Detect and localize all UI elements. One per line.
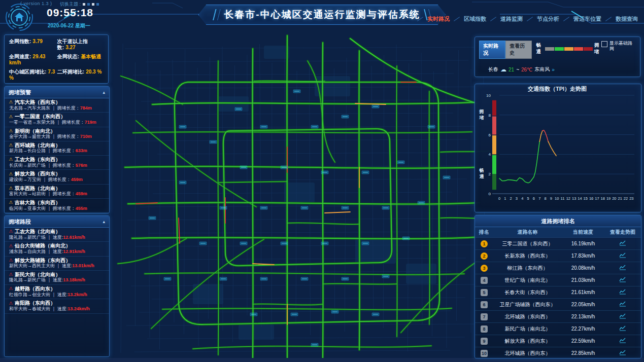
- table-row[interactable]: 7北环城路（东向西）22.13km/h: [475, 311, 641, 323]
- table-row[interactable]: 3柳江路（东向西）20.08km/h: [475, 262, 641, 274]
- congestion-warning-title: 拥堵预警: [9, 89, 31, 96]
- warning-icon: ⚠: [9, 129, 13, 133]
- weather-city: 长春: [488, 66, 498, 73]
- list-item[interactable]: ⚠解放大路辅路（东向西）新民大街→西民主大街 ｜ 速度:13.01km/h: [5, 257, 109, 271]
- svg-text:堵: 堵: [479, 115, 484, 120]
- map-road-label: [301, 206, 308, 209]
- map-road-label: [179, 181, 186, 184]
- svg-text:拥: 拥: [479, 109, 484, 114]
- main-nav: 实时路况区域指数道路监测节点分析营运车位置数据查询: [415, 15, 640, 23]
- congestion-warning-header: 拥堵预警 ▴: [5, 87, 109, 98]
- svg-text:17: 17: [595, 196, 599, 201]
- svg-text:1: 1: [504, 196, 506, 201]
- roadnet-tab[interactable]: 查看历史: [505, 41, 532, 59]
- nav-item[interactable]: 营运车位置: [573, 15, 601, 23]
- list-item[interactable]: ⚠双丰西路（北向南）富民大街→站前街 ｜ 拥堵长度：459m: [5, 185, 109, 199]
- list-item[interactable]: ⚠工农大路（东向西）长庆街→新民广场 ｜ 拥堵长度：576m: [5, 156, 109, 170]
- trend-chart-icon[interactable]: [619, 240, 627, 246]
- list-item[interactable]: ⚠南阳路（东向西）和平大街→春城大街 ｜ 速度:13.24km/h: [5, 299, 109, 313]
- road-detail: 长庆街→新民广场 ｜ 拥堵长度：576m: [9, 163, 105, 168]
- road-name: 卫星广场辅路（西向东）: [493, 301, 562, 308]
- list-item[interactable]: ⚠新民大街（北向南）隆礼路→新民广场 ｜ 速度:13.18km/h: [5, 271, 109, 285]
- temp-separator: ~: [516, 67, 519, 73]
- warning-icon: ⚠: [9, 100, 13, 104]
- theme-swatch-blue2[interactable]: [96, 3, 99, 6]
- trend-chart-icon[interactable]: [619, 301, 627, 307]
- nav-item[interactable]: 区域指数: [464, 15, 486, 23]
- list-item[interactable]: ⚠一零二国道（东向西）一零一省道→东荣大路 ｜ 拥堵长度：719m: [5, 113, 109, 127]
- temp-low: 21: [509, 67, 514, 73]
- table-row[interactable]: 4世纪广场（南向北）21.03km/h: [475, 274, 641, 286]
- tpi-trend-chart-panel: 交通指数（TPI）走势图0246810拥堵畅通01234567891011121…: [474, 84, 641, 212]
- table-row[interactable]: 1三零二国道（东向西）16.19km/h: [475, 238, 641, 250]
- nav-divider: [527, 17, 533, 21]
- table-row[interactable]: 9解放大路（西向东）22.59km/h: [475, 335, 641, 347]
- svg-text:9: 9: [550, 196, 552, 201]
- table-row[interactable]: 2长新东路（西向东）17.83km/h: [475, 250, 641, 262]
- map-road-label: [164, 277, 171, 280]
- table-row[interactable]: 6卫星广场辅路（西向东）22.05km/h: [475, 299, 641, 311]
- nav-item[interactable]: 道路监测: [500, 15, 523, 23]
- trend-chart-icon[interactable]: [619, 289, 627, 295]
- rank-badge: 3: [481, 265, 488, 272]
- nav-item[interactable]: 实时路况: [427, 15, 450, 23]
- nav-item[interactable]: 数据查询: [616, 15, 638, 23]
- weather-bar: 长春 ☁ 21 ~ 26℃ 东南风 »: [488, 66, 636, 73]
- list-item[interactable]: ⚠越野路（西向东）红领巾路→创业大街 ｜ 速度:13.2km/h: [5, 285, 109, 299]
- map-road-label: [443, 176, 450, 179]
- title-banner: 长春市-中心城区交通运行监测与评估系统: [198, 5, 446, 25]
- road-detail: 临河街→亚泰大街 ｜ 拥堵长度：455m: [9, 206, 105, 211]
- theme-swatch-light2[interactable]: [92, 3, 94, 6]
- collapse-icon[interactable]: ▴: [103, 90, 105, 95]
- road-detail: 新民大街→西民主大街 ｜ 速度:13.01km/h: [9, 263, 105, 269]
- warning-icon: ⚠: [9, 186, 13, 191]
- map-road-label: [397, 161, 404, 164]
- weather-more-icon[interactable]: »: [552, 67, 555, 73]
- current-speed: 22.85km/h: [562, 350, 604, 356]
- banner-left-chevron-icon: [213, 9, 220, 20]
- nav-item[interactable]: 节点分析: [537, 15, 559, 23]
- theme-swatch-blue[interactable]: [87, 3, 90, 6]
- list-item[interactable]: ⚠工农大路（北向南）隆礼路→新民广场 ｜ 速度:12.61km/h: [5, 228, 109, 242]
- roadnet-tab[interactable]: 实时路况: [479, 41, 505, 59]
- checkbox-icon[interactable]: [601, 41, 607, 47]
- trend-chart-icon[interactable]: [619, 265, 627, 270]
- road-detail: 新月路→长白公路 ｜ 拥堵长度：633m: [9, 148, 105, 154]
- road-name: 南阳路（东向西）: [15, 300, 55, 306]
- trend-chart-icon[interactable]: [619, 252, 627, 258]
- list-item[interactable]: ⚠汽车大路（西向东）无名路→汽车大路东 ｜ 拥堵长度：784m: [5, 98, 109, 113]
- stat-cell: 二环拥堵比:20.3 %: [57, 69, 104, 81]
- list-item[interactable]: ⚠吉林大路（东向西）临河街→亚泰大街 ｜ 拥堵长度：455m: [5, 199, 109, 213]
- ranking-header-cell: 查看走势图: [604, 229, 641, 236]
- trend-chart-icon[interactable]: [619, 313, 627, 319]
- show-base-roadnet-checkbox[interactable]: 显示基础路网: [601, 41, 636, 52]
- trend-chart-icon[interactable]: [619, 277, 627, 282]
- svg-text:0: 0: [489, 192, 491, 196]
- map-road-label: [402, 237, 410, 240]
- svg-text:6: 6: [489, 133, 491, 137]
- road-name: 世纪广场（南向北）: [493, 277, 562, 284]
- table-row[interactable]: 5长春大街（东向西）21.61km/h: [475, 286, 641, 299]
- road-name: 汽车大路（西向东）: [15, 99, 60, 105]
- map-road-label: [220, 277, 227, 280]
- list-item[interactable]: ⚠解放大路（西向东）建设街→万宝街 ｜ 拥堵长度：459m: [5, 170, 109, 184]
- list-item[interactable]: ⚠西环城路（北向南）新月路→长白公路 ｜ 拥堵长度：633m: [5, 141, 109, 156]
- list-item[interactable]: ⚠新明街（南向北）金宇大路→盛世大路 ｜ 拥堵长度：710m: [5, 127, 109, 141]
- warning-icon: ⚠: [9, 143, 13, 148]
- table-row[interactable]: 8新民广场（南向北）22.27km/h: [475, 323, 641, 335]
- trend-chart-icon[interactable]: [619, 325, 627, 331]
- map-road-label: [260, 277, 267, 280]
- collapse-icon[interactable]: ▴: [103, 219, 105, 224]
- theme-swatch-light[interactable]: [83, 3, 85, 6]
- trend-chart-icon[interactable]: [619, 350, 627, 355]
- app-logo[interactable]: [5, 3, 33, 31]
- table-row[interactable]: 10北环城路（西向东）22.85km/h: [475, 347, 641, 358]
- date-label: 2020-06-22 星期一: [48, 22, 90, 29]
- temp-high: 26℃: [521, 67, 532, 73]
- footer-strip: [0, 358, 644, 362]
- trend-chart-icon[interactable]: [619, 338, 627, 343]
- congestion-warning-panel: 拥堵预警 ▴ ⚠汽车大路（西向东）无名路→汽车大路东 ｜ 拥堵长度：784m⚠一…: [4, 86, 110, 213]
- svg-text:20: 20: [612, 196, 616, 201]
- list-item[interactable]: ⚠仙台大街辅路（南向北）浦东路→自由大路 ｜ 速度:12.91km/h: [5, 242, 109, 256]
- road-name: 北环城路（东向西）: [493, 313, 562, 320]
